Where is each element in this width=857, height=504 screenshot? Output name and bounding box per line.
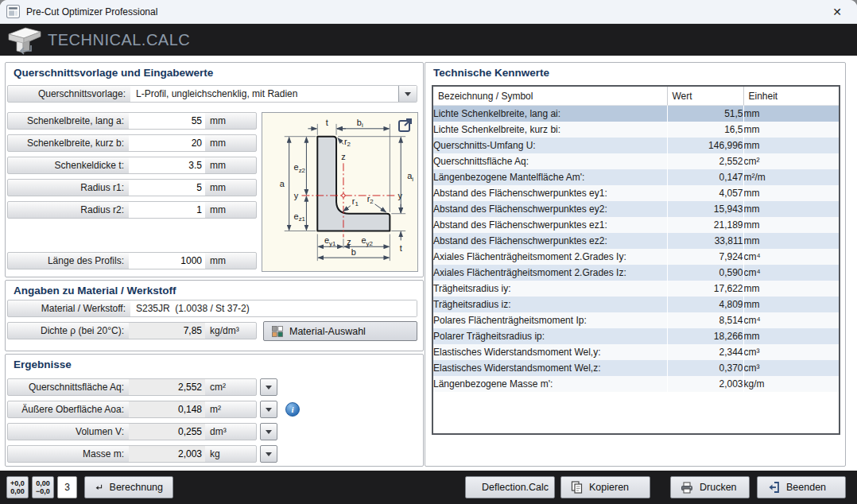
increase-decimals-label: +0,0	[10, 479, 25, 487]
kw-value: 4,057	[667, 185, 743, 201]
deflection-calc-button[interactable]: F Deflection.Calc	[465, 476, 555, 498]
table-row[interactable]: Längenbezogene Mantelfläche Am':0,147m²/…	[433, 169, 839, 185]
material-select-label: Material-Auswahl	[289, 326, 366, 337]
result-row-volume: Volumen V: dm³	[7, 423, 257, 440]
kw-name: Abstand des Flächenschwerpunktes ez2:	[433, 233, 667, 249]
table-row[interactable]: Lichte Schenkelbreite, kurz bi:16,5mm	[433, 122, 839, 138]
kw-unit: mm	[743, 106, 839, 122]
table-row[interactable]: Abstand des Flächenschwerpunktes ez1:21,…	[433, 217, 839, 233]
increase-decimals-button[interactable]: +0,0 0,00	[6, 476, 29, 498]
printer-icon	[681, 482, 693, 494]
table-row[interactable]: Trägheitsradius iy:17,622mm	[433, 281, 839, 297]
density-value	[129, 323, 205, 339]
field-row-length: Länge des Profils: mm	[7, 252, 257, 269]
footer-bar: +0,0 0,00 0,00 −0,0 3 Berechnung F Defle…	[0, 471, 857, 504]
kw-value: 18,266	[667, 328, 743, 344]
inputs-section-title: Querschnittsvorlage und Eingabewerte	[14, 67, 213, 79]
print-button[interactable]: Drucken	[670, 476, 750, 498]
mass-unit-dropdown[interactable]	[260, 445, 277, 463]
unit-label: kg	[205, 446, 256, 462]
table-row[interactable]: Lichte Schenkelbreite, lang ai:51,5mm	[433, 106, 839, 122]
info-icon[interactable]: i	[285, 402, 300, 417]
table-row[interactable]: Polares Flächenträgheitsmoment Ip:8,514c…	[433, 312, 839, 328]
axis-label-z-top: z	[341, 152, 345, 161]
kw-value: 33,811	[667, 233, 743, 249]
results-groupbox: Ergebnisse Querschnittsfläche Aq: cm² Äu…	[5, 354, 424, 467]
window-title: Pre-Cut Optimizer Professional	[26, 6, 157, 17]
kw-unit: cm⁴	[743, 265, 839, 281]
open-external-icon[interactable]	[397, 117, 413, 133]
table-row[interactable]: Längenbezogene Masse m':2,003kg/m	[433, 376, 839, 392]
table-row[interactable]: Elastisches Widerstandsmoment Wel,y:2,34…	[433, 344, 839, 360]
template-value[interactable]: L-Profil, ungleichschenklig, mit Radien	[130, 86, 398, 102]
surface-unit-dropdown[interactable]	[260, 401, 277, 418]
copy-icon	[571, 481, 583, 494]
header-bezeichnung[interactable]: Bezeichnung / Symbol	[433, 87, 667, 106]
brand-name: TECHNICAL.CALC	[48, 31, 190, 49]
kw-unit: cm³	[743, 344, 839, 360]
template-label: Querschnittsvorlage:	[8, 86, 130, 102]
volume-unit-dropdown[interactable]	[260, 423, 277, 440]
dim-label-bi: bi	[357, 118, 363, 129]
table-row[interactable]: Querschnitts-Umfang U:146,996mm	[433, 138, 839, 153]
header-einheit[interactable]: Einheit	[743, 87, 839, 106]
result-label: Querschnittsfläche Aq:	[8, 379, 129, 395]
exit-label: Beenden	[786, 482, 826, 493]
copy-button[interactable]: Kopieren	[560, 476, 650, 498]
kw-value: 2,552	[667, 153, 743, 169]
kennwerte-title: Technische Kennwerte	[433, 67, 549, 79]
dim-label-ey1: ey1	[324, 235, 336, 246]
material-row: Material / Werkstoff: S235JR (1.0038 / S…	[7, 300, 417, 317]
thickness-input[interactable]	[129, 157, 205, 173]
kw-name: Querschnittsfläche Aq:	[433, 153, 667, 169]
profile-length-input[interactable]	[129, 253, 205, 269]
header-wert[interactable]: Wert	[667, 87, 743, 106]
mass-result	[129, 446, 205, 462]
close-button[interactable]: ✕	[824, 1, 851, 23]
result-row-surface: Äußere Oberfläche Aoa: m²	[7, 401, 257, 418]
kw-name: Längenbezogene Mantelfläche Am':	[433, 169, 667, 185]
table-row[interactable]: Axiales Flächenträgheitsmoment 2.Grades …	[433, 265, 839, 281]
dim-label-t-right: t	[400, 243, 402, 253]
kw-value: 0,590	[667, 265, 743, 281]
kw-value: 146,996	[667, 138, 743, 153]
kw-unit: mm	[743, 297, 839, 312]
table-row[interactable]: Elastisches Widerstandsmoment Wel,z:0,37…	[433, 360, 839, 376]
table-row[interactable]: Abstand des Flächenschwerpunktes ey2:15,…	[433, 201, 839, 217]
kennwerte-header-row: Bezeichnung / Symbol Wert Einheit	[433, 87, 839, 106]
field-label: Schenkelbreite, lang a:	[8, 113, 129, 129]
chevron-down-icon	[266, 430, 272, 434]
chevron-down-icon	[266, 452, 272, 456]
field-label: Länge des Profils:	[8, 253, 129, 269]
radius-r2-input[interactable]	[129, 202, 205, 218]
exit-button[interactable]: Beenden	[757, 476, 846, 498]
kw-unit: mm	[743, 138, 839, 153]
table-row[interactable]: Abstand des Flächenschwerpunktes ez2:33,…	[433, 233, 839, 249]
area-unit-dropdown[interactable]	[260, 378, 277, 396]
centroid-marker	[342, 194, 345, 197]
leg-b-input[interactable]	[129, 135, 205, 151]
radius-r1-input[interactable]	[129, 180, 205, 196]
material-select-button[interactable]: Material-Auswahl	[263, 321, 417, 341]
decrease-decimals-button[interactable]: 0,00 −0,0	[32, 476, 54, 498]
table-row[interactable]: Axiales Flächenträgheitsmoment 2.Grades …	[433, 249, 839, 265]
table-row[interactable]: Polarer Trägheitsradius ip:18,266mm	[433, 328, 839, 344]
dim-label-t-top: t	[326, 118, 328, 127]
table-row[interactable]: Trägheitsradius iz:4,809mm	[433, 297, 839, 312]
density-row: Dichte ρ (bei 20°C): kg/dm³	[7, 322, 257, 339]
table-row[interactable]: Querschnittsfläche Aq:2,552cm²	[433, 153, 839, 169]
unit-label: mm	[205, 202, 256, 218]
calculate-button[interactable]: Berechnung	[84, 476, 173, 498]
area-result	[129, 379, 205, 395]
return-arrow-icon	[95, 482, 103, 493]
template-dropdown-button[interactable]	[398, 86, 417, 102]
kw-unit: mm	[743, 233, 839, 249]
template-combobox[interactable]: Querschnittsvorlage: L-Profil, ungleichs…	[7, 85, 417, 103]
unit-label: mm	[205, 253, 256, 269]
table-row[interactable]: Abstand des Flächenschwerpunktes ey1:4,0…	[433, 185, 839, 201]
surface-result	[129, 401, 205, 417]
leg-a-input[interactable]	[129, 113, 205, 129]
kw-unit: mm	[743, 122, 839, 138]
kw-unit: kg/m	[743, 376, 839, 392]
axis-label-y-right: y	[398, 191, 403, 200]
